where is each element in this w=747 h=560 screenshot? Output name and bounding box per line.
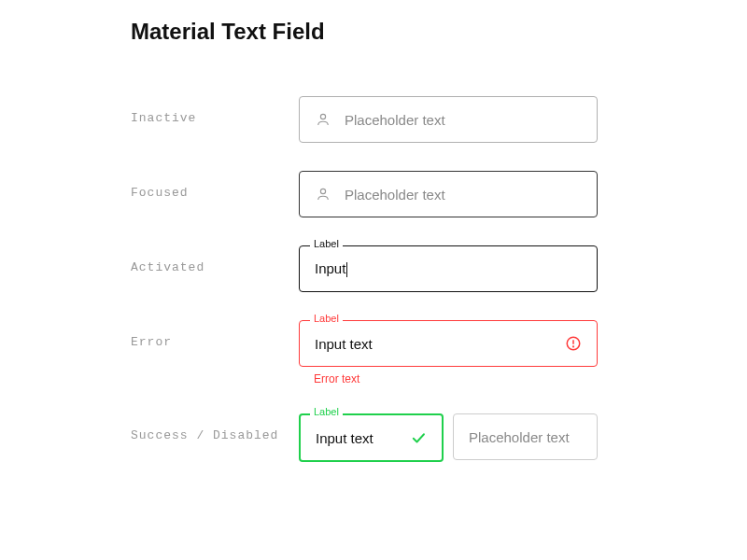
textfield-focused[interactable]: Placeholder text bbox=[299, 171, 598, 217]
input-value: Input text bbox=[315, 336, 552, 352]
row-inactive: Inactive Placeholder text bbox=[131, 96, 747, 143]
floating-label: Label bbox=[310, 239, 343, 249]
state-label-success-disabled: Success / Disabled bbox=[131, 413, 299, 442]
placeholder-text: Placeholder text bbox=[469, 429, 570, 445]
row-focused: Focused Placeholder text bbox=[131, 171, 747, 217]
floating-label: Label bbox=[310, 407, 343, 417]
row-success-disabled: Success / Disabled Label Input text Plac… bbox=[131, 413, 747, 462]
svg-point-0 bbox=[320, 114, 325, 119]
state-label-focused: Focused bbox=[131, 171, 299, 200]
placeholder-text: Placeholder text bbox=[345, 187, 445, 203]
placeholder-text: Placeholder text bbox=[345, 112, 445, 128]
error-helper-text: Error text bbox=[299, 372, 598, 385]
state-label-activated: Activated bbox=[131, 245, 299, 274]
input-value: Input text bbox=[316, 430, 397, 446]
textfield-activated[interactable]: Input bbox=[299, 245, 598, 292]
check-icon bbox=[410, 429, 427, 446]
page-title: Material Text Field bbox=[131, 19, 747, 45]
textfield-error[interactable]: Input text bbox=[299, 320, 598, 367]
state-label-error: Error bbox=[131, 320, 299, 349]
svg-point-4 bbox=[573, 346, 574, 347]
textfield-success[interactable]: Input text bbox=[299, 413, 444, 462]
input-value: Input bbox=[315, 260, 582, 277]
error-icon bbox=[565, 335, 582, 352]
textfield-inactive[interactable]: Placeholder text bbox=[299, 96, 598, 143]
cursor-icon bbox=[346, 262, 347, 277]
svg-point-1 bbox=[320, 189, 325, 193]
user-icon bbox=[315, 186, 331, 203]
row-error: Error Label Input text Error text bbox=[131, 320, 747, 385]
row-activated: Activated Label Input bbox=[131, 245, 747, 292]
floating-label: Label bbox=[310, 314, 343, 324]
textfield-disabled: Placeholder text bbox=[453, 413, 598, 460]
state-label-inactive: Inactive bbox=[131, 96, 299, 125]
user-icon bbox=[315, 111, 331, 128]
